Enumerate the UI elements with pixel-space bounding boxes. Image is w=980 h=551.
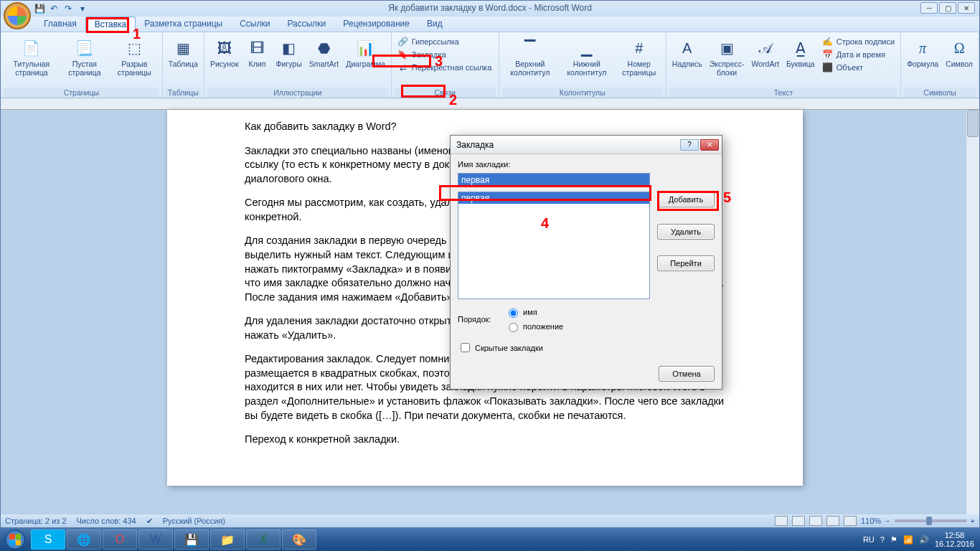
tab-home[interactable]: Главная — [35, 17, 85, 32]
blank-page-button[interactable]: 📃Пустая страница — [61, 35, 108, 78]
dialog-close-button[interactable]: ✕ — [700, 139, 719, 151]
view-web-layout[interactable] — [809, 516, 822, 526]
status-proof-icon[interactable]: ✔ — [146, 517, 153, 526]
zoom-out-button[interactable]: − — [885, 517, 890, 525]
office-button[interactable] — [4, 2, 31, 29]
tray-flag-icon[interactable]: ⚑ — [890, 535, 897, 545]
status-page[interactable]: Страница: 2 из 2 — [5, 517, 67, 526]
datetime-button[interactable]: 📅Дата и время — [819, 48, 897, 61]
cross-ref-button[interactable]: ⇄Перекрестная ссылка — [395, 61, 496, 74]
scroll-thumb[interactable] — [967, 110, 979, 137]
dropcap-button[interactable]: A̲Буквица — [783, 35, 818, 70]
view-draft[interactable] — [844, 516, 857, 526]
redo-icon[interactable]: ↷ — [62, 3, 74, 14]
tray-clock[interactable]: 12:5816.12.2016 — [935, 531, 974, 548]
add-button[interactable]: Добавить — [657, 192, 715, 207]
minimize-button[interactable]: ─ — [920, 2, 938, 14]
tray-volume-icon[interactable]: 🔊 — [919, 535, 929, 545]
taskbar-skype[interactable]: S — [31, 529, 65, 550]
bookmark-button[interactable]: 🔖Закладка — [395, 48, 496, 61]
group-headerfooter: ▔Верхний колонтитул ▁Нижний колонтитул #… — [499, 32, 666, 98]
hidden-bookmarks-check[interactable]: Скрытые закладки — [458, 339, 715, 356]
window-title: Як добавити закладку в Word.docx - Micro… — [388, 3, 592, 13]
sort-by-name[interactable]: имя — [505, 306, 563, 318]
zoom-level[interactable]: 110% — [861, 517, 881, 525]
bookmark-name-input[interactable] — [458, 173, 650, 187]
delete-button[interactable]: Удалить — [657, 224, 715, 240]
bookmark-list[interactable]: первая — [458, 192, 650, 299]
zoom-handle[interactable] — [926, 517, 932, 525]
symbol-button[interactable]: ΩСимвол — [943, 35, 976, 70]
undo-icon[interactable]: ↶ — [48, 3, 60, 14]
tab-mailings[interactable]: Рассылки — [278, 17, 334, 32]
save-icon[interactable]: 💾 — [34, 3, 45, 14]
cancel-button[interactable]: Отмена — [659, 366, 715, 382]
annotation-label-2: 2 — [449, 92, 457, 108]
taskbar-save[interactable]: 💾 — [174, 529, 209, 550]
vertical-scrollbar[interactable] — [966, 110, 979, 514]
taskbar-opera[interactable]: O — [103, 529, 137, 550]
footer-button[interactable]: ▁Нижний колонтитул — [560, 35, 614, 78]
shapes-button[interactable]: ◧Фигуры — [273, 35, 305, 70]
pagenum-button[interactable]: #Номер страницы — [616, 35, 663, 78]
qat-dropdown-icon[interactable]: ▾ — [77, 3, 88, 14]
close-button[interactable]: ✕ — [958, 2, 975, 14]
textbox-button[interactable]: AНадпись — [669, 35, 705, 70]
hidden-checkbox[interactable] — [461, 343, 470, 352]
bookmark-name-label: Имя закладки: — [458, 160, 715, 169]
radio-position[interactable] — [509, 323, 518, 332]
taskbar-paint[interactable]: 🎨 — [282, 529, 316, 550]
cover-page-button[interactable]: 📄Титульная страница — [4, 35, 60, 78]
tray-help-icon[interactable]: ? — [880, 535, 885, 544]
smartart-icon: ⬣ — [312, 37, 335, 60]
wordart-button[interactable]: 𝒜WordArt — [749, 35, 782, 70]
taskbar-explorer[interactable]: 📁 — [210, 529, 245, 550]
smartart-button[interactable]: ⬣SmartArt — [306, 35, 341, 70]
group-text-label: Текст — [669, 88, 897, 98]
tab-review[interactable]: Рецензирование — [334, 17, 418, 32]
view-print-layout[interactable] — [775, 516, 788, 526]
view-outline[interactable] — [826, 516, 839, 526]
maximize-button[interactable]: ▢ — [939, 2, 956, 14]
annotation-label-3: 3 — [435, 53, 443, 70]
picture-button[interactable]: 🖼Рисунок — [207, 35, 242, 70]
taskbar-word[interactable]: W — [138, 529, 173, 550]
chart-button[interactable]: 📊Диаграмма — [343, 35, 388, 70]
taskbar-chrome[interactable]: 🌐 — [67, 529, 101, 550]
tab-page-layout[interactable]: Разметка страницы — [136, 17, 231, 32]
tab-references[interactable]: Ссылки — [231, 17, 278, 32]
status-language[interactable]: Русский (Россия) — [163, 517, 225, 526]
sort-by-position[interactable]: положение — [505, 321, 563, 332]
hyperlink-button[interactable]: 🔗Гиперссылка — [395, 35, 496, 48]
taskbar-excel[interactable]: X — [246, 529, 281, 550]
list-item[interactable]: первая — [458, 192, 649, 204]
goto-button[interactable]: Перейти — [657, 255, 715, 271]
view-full-screen[interactable] — [792, 516, 805, 526]
zoom-in-button[interactable]: + — [971, 517, 975, 525]
horizontal-ruler[interactable] — [1, 98, 979, 110]
tray-network-icon[interactable]: 📶 — [903, 535, 913, 545]
start-button[interactable] — [0, 528, 30, 551]
tab-insert[interactable]: Вставка — [85, 17, 136, 32]
equation-button[interactable]: πФормула — [904, 35, 941, 70]
dialog-help-button[interactable]: ? — [680, 139, 699, 151]
header-button[interactable]: ▔Верхний колонтитул — [502, 35, 558, 78]
table-button[interactable]: ▦Таблица — [166, 35, 201, 70]
zoom-slider[interactable] — [895, 519, 966, 522]
radio-name[interactable] — [509, 309, 518, 318]
signature-button[interactable]: ✍Строка подписи — [819, 35, 897, 48]
tab-view[interactable]: Вид — [418, 17, 451, 32]
tray-language[interactable]: RU — [863, 535, 875, 544]
group-pages-label: Страницы — [4, 88, 159, 98]
status-words[interactable]: Число слов: 434 — [77, 517, 136, 526]
cover-page-icon: 📄 — [20, 37, 43, 60]
group-links: 🔗Гиперссылка 🔖Закладка ⇄Перекрестная ссы… — [392, 32, 499, 98]
picture-icon: 🖼 — [213, 37, 236, 60]
wordart-icon: 𝒜 — [754, 37, 777, 60]
dialog-titlebar[interactable]: Закладка ? ✕ — [451, 136, 722, 154]
object-button[interactable]: ⬛Объект — [819, 61, 897, 74]
clip-button[interactable]: 🎞Клип — [243, 35, 272, 70]
equation-icon: π — [911, 37, 934, 60]
quickparts-button[interactable]: ▣Экспресс-блоки — [707, 35, 748, 78]
cross-ref-icon: ⇄ — [397, 62, 409, 73]
